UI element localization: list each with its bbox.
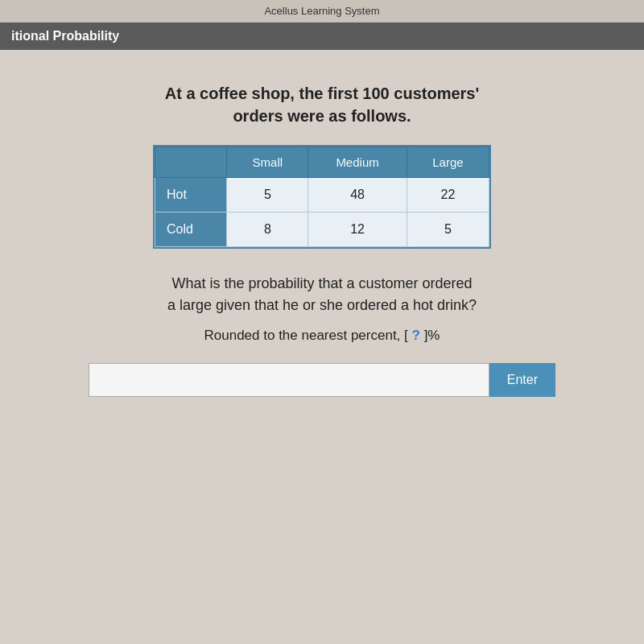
cell-hot-large: 22 bbox=[407, 178, 489, 213]
table-row-cold: Cold 8 12 5 bbox=[155, 213, 489, 247]
title-bar: itional Probability bbox=[0, 23, 644, 50]
question-line2: orders were as follows. bbox=[233, 107, 411, 125]
col-header-small: Small bbox=[227, 147, 308, 178]
cell-cold-medium: 12 bbox=[308, 213, 407, 247]
col-header-medium: Medium bbox=[308, 147, 407, 178]
row-label-hot: Hot bbox=[155, 178, 227, 213]
answer-input[interactable] bbox=[89, 363, 489, 397]
top-bar: Acellus Learning System bbox=[0, 0, 644, 23]
rounded-text: Rounded to the nearest percent, [ ? ]% bbox=[204, 328, 440, 344]
probability-question: What is the probability that a customer … bbox=[167, 273, 477, 316]
cell-hot-medium: 48 bbox=[308, 178, 407, 213]
cell-cold-large: 5 bbox=[407, 213, 489, 247]
col-header-empty bbox=[155, 147, 227, 178]
data-table: Small Medium Large Hot 5 48 22 Cold 8 12… bbox=[155, 147, 489, 247]
enter-button[interactable]: Enter bbox=[489, 363, 555, 397]
question-line1: At a coffee shop, the first 100 customer… bbox=[165, 85, 479, 102]
title-bar-label: itional Probability bbox=[11, 29, 119, 43]
answer-row: Enter bbox=[89, 363, 555, 397]
question-text: At a coffee shop, the first 100 customer… bbox=[165, 82, 479, 127]
top-bar-label: Acellus Learning System bbox=[264, 5, 379, 17]
data-table-container: Small Medium Large Hot 5 48 22 Cold 8 12… bbox=[153, 145, 491, 249]
prob-line1: What is the probability that a customer … bbox=[171, 275, 472, 291]
rounded-prefix: Rounded to the nearest percent, [ bbox=[204, 328, 408, 343]
main-content: At a coffee shop, the first 100 customer… bbox=[0, 50, 644, 421]
rounded-placeholder: ? bbox=[408, 328, 424, 343]
cell-cold-small: 8 bbox=[227, 213, 308, 247]
cell-hot-small: 5 bbox=[227, 178, 308, 213]
col-header-large: Large bbox=[407, 147, 489, 178]
table-row-hot: Hot 5 48 22 bbox=[155, 178, 489, 213]
rounded-suffix: ]% bbox=[424, 328, 440, 343]
prob-line2: a large given that he or she ordered a h… bbox=[167, 297, 477, 313]
row-label-cold: Cold bbox=[155, 213, 227, 247]
